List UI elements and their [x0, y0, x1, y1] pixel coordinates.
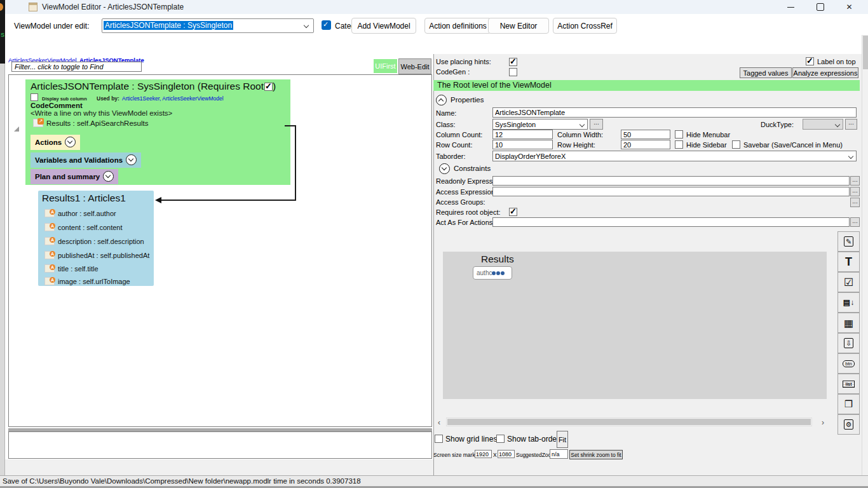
suggested-zoom-input[interactable] — [550, 449, 568, 459]
savebar-checkbox[interactable] — [732, 140, 740, 149]
display-sub-column-label: Display sub column — [42, 96, 87, 102]
used-by-link-articles1seeker[interactable]: Articles1Seeker, — [122, 95, 161, 102]
root-viewmodel-node[interactable]: ArticlesJSONTemplate : SysSingleton (Req… — [25, 79, 290, 185]
action-definitions-button[interactable]: Action definitions — [424, 18, 491, 34]
use-placing-hints-checkbox[interactable] — [509, 58, 517, 66]
text-label-tool[interactable]: T — [837, 252, 860, 272]
edit-field-tool[interactable]: ✎ — [837, 231, 860, 252]
chevron-down-icon[interactable] — [65, 137, 76, 147]
row-count-input[interactable] — [492, 140, 553, 149]
field-row-content[interactable]: content : self.content — [44, 223, 123, 231]
new-editor-button[interactable]: New Editor — [488, 18, 549, 34]
attribute-icon — [44, 237, 55, 245]
uifirst-button[interactable]: UIFirst — [374, 59, 397, 73]
field-row-description[interactable]: description : self.description — [44, 237, 144, 245]
hide-menubar-checkbox[interactable] — [675, 130, 683, 139]
attribute-icon — [44, 223, 55, 231]
hide-sidebar-checkbox[interactable] — [675, 140, 683, 149]
results-node[interactable]: Results1 : Articles1 author : self.autho… — [38, 191, 154, 286]
ducktype-select[interactable] — [803, 119, 843, 130]
access-expression-label: Access Expression: — [436, 188, 497, 196]
scroll-left-arrow[interactable]: ‹ — [438, 418, 440, 427]
results-reference-row[interactable]: Results : self.ApiSearchResults — [33, 119, 148, 127]
codegen-checkbox[interactable] — [509, 68, 517, 76]
field-row-image[interactable]: image : self.urlToImage — [44, 277, 130, 285]
import-tool[interactable]: ⇩ — [837, 333, 860, 353]
readonly-expression-browse[interactable]: ... — [850, 176, 860, 186]
class-label: Class: — [436, 121, 456, 128]
action-crossref-button[interactable]: Action CrossRef — [553, 18, 617, 34]
web-edit-button[interactable]: Web-Edit — [398, 58, 431, 74]
access-expression-browse[interactable]: ... — [850, 187, 860, 196]
add-viewmodel-button[interactable]: Add ViewModel — [351, 18, 416, 34]
close-button[interactable]: ✕ — [835, 0, 864, 14]
field-row-publishedat[interactable]: publishedAt : self.publishedAt — [44, 251, 149, 259]
viewmodel-under-edit-label: ViewModel under edit: — [14, 22, 90, 30]
requires-root-object-label: Requires root object: — [436, 208, 501, 216]
drag-dots-icon[interactable] — [491, 271, 505, 275]
class-select[interactable]: SysSingleton — [492, 119, 588, 130]
viewmodel-combobox[interactable]: ArticlesJSONTemplate : SysSingleton — [102, 18, 314, 33]
requires-root-checkbox[interactable] — [264, 83, 273, 91]
dropdown-icon: ▤↓ — [843, 298, 854, 307]
tagged-values-button[interactable]: Tagged values — [740, 67, 792, 78]
constraints-collapse-toggle[interactable] — [439, 163, 450, 174]
column-width-input[interactable] — [621, 130, 670, 139]
chevron-down-icon[interactable] — [126, 154, 137, 165]
taborder-select[interactable]: DisplayOrderYBeforeX — [492, 151, 857, 161]
scroll-right-arrow[interactable]: › — [822, 418, 824, 427]
codecomment-value[interactable]: <Write a line on why this ViewModel exis… — [31, 109, 172, 117]
access-groups-browse[interactable]: ... — [850, 198, 860, 207]
background-window-strip: S — [0, 0, 5, 64]
button-tool[interactable]: btn — [837, 353, 860, 374]
readonly-expression-input[interactable] — [492, 176, 850, 186]
vertical-scrollbar[interactable] — [862, 35, 868, 475]
codegen-label: CodeGen : — [436, 68, 470, 76]
set-shrink-zoom-button[interactable]: Set shrink zoom to fit — [569, 450, 623, 459]
expand-marker[interactable] — [14, 126, 19, 132]
actions-section-badge[interactable]: Actions — [31, 135, 80, 150]
maximize-button[interactable] — [806, 0, 834, 14]
screen-width-input[interactable] — [475, 450, 492, 458]
categ-checkbox[interactable] — [322, 20, 331, 30]
plan-section-badge[interactable]: Plan and summary — [31, 169, 118, 184]
preview-results-label: Results — [481, 254, 514, 265]
show-grid-lines-checkbox[interactable] — [435, 435, 443, 443]
act-as-browse[interactable]: ... — [850, 217, 860, 227]
name-input[interactable] — [492, 107, 857, 118]
field-row-title[interactable]: title : self.title — [44, 264, 98, 273]
ducktype-browse-button[interactable]: ... — [845, 119, 857, 130]
calendar-tool[interactable]: ▦ — [837, 313, 860, 333]
button-icon: btn — [843, 360, 854, 367]
column-count-input[interactable] — [492, 130, 553, 139]
label-on-top-checkbox[interactable] — [806, 57, 814, 65]
act-as-for-actions-input[interactable] — [492, 217, 850, 227]
results-reference-label: Results : self.ApiSearchResults — [46, 119, 148, 127]
analyze-expressions-button[interactable]: Analyze expressions — [792, 67, 858, 78]
list-tool[interactable]: list — [837, 374, 860, 394]
object-tool[interactable]: ❒ — [837, 394, 860, 414]
screen-height-input[interactable] — [498, 450, 515, 458]
used-by-link-articlesseekerviewmodel[interactable]: ArticlesSeekerViewModel — [162, 95, 223, 102]
display-sub-column-checkbox[interactable] — [31, 93, 38, 101]
preview-field-chip[interactable]: authc — [473, 266, 512, 280]
field-row-author[interactable]: author : self.author — [44, 209, 116, 217]
dropdown-tool[interactable]: ▤↓ — [837, 292, 860, 313]
requires-root-object-checkbox[interactable] — [509, 208, 517, 216]
root-level-header: The Root level of the ViewModel — [433, 80, 860, 91]
checkbox-tool[interactable]: ☑ — [837, 272, 860, 292]
fit-button[interactable]: Fit — [557, 431, 568, 448]
filter-input[interactable]: Filter... click to toggle to Find — [11, 62, 142, 72]
variables-section-badge[interactable]: Variables and Validations — [31, 152, 141, 168]
row-height-input[interactable] — [621, 140, 670, 149]
class-browse-button[interactable]: ... — [590, 119, 603, 130]
chevron-down-icon[interactable] — [103, 171, 114, 182]
horizontal-scrollbar[interactable] — [446, 417, 812, 426]
show-tab-order-checkbox[interactable] — [496, 435, 505, 443]
properties-collapse-toggle[interactable] — [436, 95, 447, 105]
component-tool[interactable]: ⚙ — [837, 414, 860, 435]
minimize-button[interactable] — [776, 0, 805, 14]
access-expression-input[interactable] — [492, 187, 850, 196]
cube-icon: ❒ — [844, 398, 853, 410]
calendar-icon: ▦ — [844, 317, 853, 329]
